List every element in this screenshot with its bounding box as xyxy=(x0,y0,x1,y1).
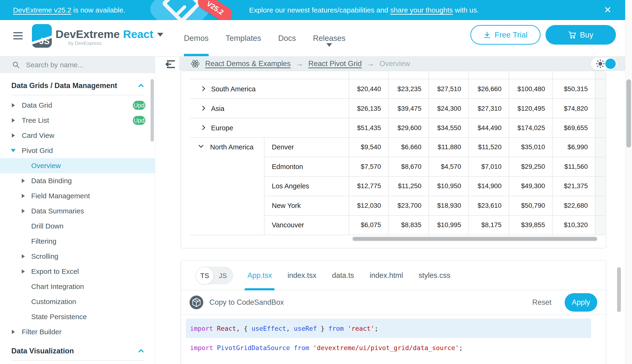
tab-data-ts[interactable]: data.ts xyxy=(332,260,354,290)
code-scrollbar[interactable] xyxy=(617,264,621,364)
breadcrumb-pivot-grid-link[interactable]: React Pivot Grid xyxy=(308,60,362,68)
tab-index-html[interactable]: index.html xyxy=(370,260,403,290)
collapse-row-icon[interactable] xyxy=(198,143,203,148)
scrollbar-thumb[interactable] xyxy=(617,267,621,312)
breadcrumb: React Demos & Examples → React Pivot Gri… xyxy=(179,57,625,71)
pivot-cell: $34,550 xyxy=(430,124,461,132)
share-thoughts-link[interactable]: share your thoughts xyxy=(390,6,453,14)
nav-releases[interactable]: Releases xyxy=(313,20,346,56)
brand-title[interactable]: DevExtremeReact xyxy=(56,28,163,40)
sidebar-item-customization[interactable]: Customization xyxy=(0,294,155,309)
sidebar-item-scrolling[interactable]: Scrolling xyxy=(0,249,155,264)
pivot-horizontal-scrollbar[interactable] xyxy=(352,236,598,242)
sidebar-item-tree-list[interactable]: Tree ListUpd xyxy=(0,113,155,128)
react-icon xyxy=(190,59,200,68)
breadcrumb-demos-link[interactable]: React Demos & Examples xyxy=(205,60,291,68)
expand-row-icon[interactable] xyxy=(200,106,205,111)
sidebar-search[interactable] xyxy=(0,57,155,73)
close-icon[interactable]: ✕ xyxy=(604,0,611,20)
main-content: React Demos & Examples → React Pivot Gri… xyxy=(155,57,625,364)
pivot-grid-table: South America Asia Europe $20,440 $23,23… xyxy=(190,71,606,248)
theme-toggle-knob[interactable] xyxy=(605,58,616,69)
sidebar-item-drill-down[interactable]: Drill Down xyxy=(0,218,155,234)
triangle-right-icon xyxy=(12,118,15,122)
tab-styles-css[interactable]: styles.css xyxy=(418,260,450,290)
page-scrollbar[interactable] xyxy=(625,0,632,364)
devextreme-logo[interactable]: JS xyxy=(32,24,52,48)
code-actions-row: Copy to CodeSandBox Reset Apply xyxy=(181,290,606,315)
copy-to-codesandbox-label[interactable]: Copy to CodeSandBox xyxy=(209,298,284,307)
nav-demos[interactable]: Demos xyxy=(184,20,209,56)
ts-js-switch[interactable]: TS JS xyxy=(196,267,233,284)
breadcrumb-current: Overview xyxy=(380,60,410,68)
sidebar-item-field-management[interactable]: Field Management xyxy=(0,188,155,204)
sidebar-item-data-summaries[interactable]: Data Summaries xyxy=(0,204,155,218)
pivot-cell: $10,320 xyxy=(553,221,588,229)
sidebar-item-pivot-grid[interactable]: Pivot Grid xyxy=(0,143,155,158)
item-label: State Persistence xyxy=(31,313,87,321)
file-tabs: App.tsx index.tsx data.ts index.html sty… xyxy=(248,260,450,290)
theme-toggle[interactable] xyxy=(591,58,617,70)
pivot-cell: $11,880 xyxy=(430,143,461,151)
switch-knob-ts[interactable]: TS xyxy=(196,267,214,284)
nav-docs[interactable]: Docs xyxy=(278,20,296,56)
section-data-grids[interactable]: Data Grids / Data Management xyxy=(0,78,155,93)
pivot-cut-column xyxy=(595,71,606,235)
arrow-right-icon: → xyxy=(296,60,303,68)
section-title: Data Grids / Data Management xyxy=(11,82,140,90)
pivot-grid-demo-card: South America Asia Europe $20,440 $23,23… xyxy=(180,71,606,248)
tab-index-tsx[interactable]: index.tsx xyxy=(287,260,316,290)
item-label: Filter Builder xyxy=(22,328,62,336)
sidebar-item-filtering[interactable]: Filtering xyxy=(0,234,155,249)
hamburger-menu-icon[interactable] xyxy=(13,32,23,40)
expand-row-icon[interactable] xyxy=(200,125,205,130)
sidebar-item-chart-integration[interactable]: Chart Integration xyxy=(0,279,155,294)
pivot-cell: $51,435 xyxy=(350,124,381,132)
sidebar-item-overview[interactable]: Overview xyxy=(0,158,155,173)
expand-row-icon[interactable] xyxy=(200,86,205,91)
pivot-row-label[interactable]: South America xyxy=(211,85,256,93)
sidebar-item-export-to-excel[interactable]: Export to Excel xyxy=(0,264,155,279)
triangle-right-icon xyxy=(12,133,15,138)
sidebar-item-filter-builder[interactable]: Filter Builder xyxy=(0,324,155,340)
sidebar-item-state-persistence[interactable]: State Persistence xyxy=(0,309,155,324)
item-label: Data Grid xyxy=(22,101,52,109)
reset-button[interactable]: Reset xyxy=(532,298,551,307)
pivot-cell: $26,135 xyxy=(350,105,381,112)
switch-option-js[interactable]: JS xyxy=(213,267,233,284)
item-label: Scrolling xyxy=(31,252,58,260)
pivot-row-label[interactable]: North America xyxy=(210,143,254,151)
sidebar-item-data-binding[interactable]: Data Binding xyxy=(0,173,155,188)
nav-templates[interactable]: Templates xyxy=(226,20,261,56)
section-data-visualization[interactable]: Data Visualization xyxy=(0,344,155,358)
banner-center-pre: Explore our newest features/capabilities… xyxy=(249,6,390,14)
buy-button[interactable]: Buy xyxy=(545,25,616,44)
search-input[interactable] xyxy=(26,61,130,69)
sidebar-scrollbar[interactable] xyxy=(151,79,154,142)
tab-app-tsx[interactable]: App.tsx xyxy=(248,260,272,290)
scrollbar-thumb[interactable] xyxy=(626,79,631,148)
pivot-cell: $23,610 xyxy=(470,202,502,210)
codesandbox-icon[interactable] xyxy=(189,296,203,309)
platform-name: React xyxy=(123,28,153,40)
sidebar-item-card-view[interactable]: Card View xyxy=(0,128,155,143)
sidebar-item-data-grid[interactable]: Data GridUpd xyxy=(0,98,155,113)
pivot-row-label[interactable]: Asia xyxy=(211,105,224,112)
pivot-cell: $6,075 xyxy=(350,221,381,229)
pivot-cell: $69,655 xyxy=(553,124,588,132)
pivot-row-label[interactable]: Europe xyxy=(211,124,233,132)
pivot-cell: $14,900 xyxy=(470,182,502,190)
code-editor[interactable]: import React, { useEffect, useRef } from… xyxy=(181,315,606,364)
apply-button[interactable]: Apply xyxy=(565,293,597,312)
collapse-sidebar-icon[interactable] xyxy=(165,60,175,69)
sun-icon xyxy=(596,59,605,68)
code-line: import Chart, { xyxy=(190,358,606,364)
pivot-cell: $29,250 xyxy=(510,163,545,170)
version-link[interactable]: DevExtreme v25.2 xyxy=(13,6,71,14)
main-nav: Demos Templates Docs Releases xyxy=(184,20,346,56)
triangle-right-icon xyxy=(22,194,25,198)
scrollbar-thumb[interactable] xyxy=(353,237,597,241)
pivot-city-label: New York xyxy=(272,202,301,210)
pivot-cell: $10,995 xyxy=(430,221,461,229)
free-trial-button[interactable]: Free Trial xyxy=(470,25,541,44)
